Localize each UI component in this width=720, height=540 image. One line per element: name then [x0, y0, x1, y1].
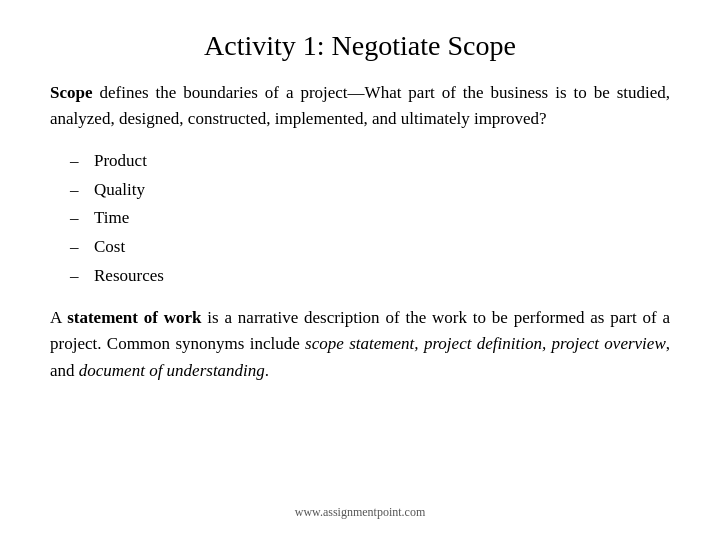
list-item: – Resources	[70, 262, 164, 291]
closing-italic2: document of understanding	[79, 361, 265, 380]
dash-icon: –	[70, 262, 84, 291]
intro-text: defines the boundaries of a project—What…	[50, 83, 670, 128]
dash-icon: –	[70, 204, 84, 233]
closing-italic1: scope statement, project definition, pro…	[305, 334, 666, 353]
dash-icon: –	[70, 233, 84, 262]
slide: Activity 1: Negotiate Scope Scope define…	[0, 0, 720, 540]
bullet-label: Time	[94, 204, 129, 233]
intro-paragraph: Scope defines the boundaries of a projec…	[50, 80, 670, 133]
closing-paragraph: A statement of work is a narrative descr…	[50, 305, 670, 384]
footer: www.assignmentpoint.com	[50, 497, 670, 520]
bullet-label: Product	[94, 147, 147, 176]
list-item: – Cost	[70, 233, 164, 262]
slide-title: Activity 1: Negotiate Scope	[50, 30, 670, 62]
closing-a: A	[50, 308, 67, 327]
list-item: – Time	[70, 204, 164, 233]
footer-url: www.assignmentpoint.com	[295, 505, 426, 519]
bullet-label: Resources	[94, 262, 164, 291]
scope-bold-word: Scope	[50, 83, 93, 102]
closing-text3: .	[265, 361, 269, 380]
bullet-list: – Product – Quality – Time – Cost – Reso…	[50, 147, 164, 291]
list-item: – Product	[70, 147, 164, 176]
bullet-label: Cost	[94, 233, 125, 262]
dash-icon: –	[70, 147, 84, 176]
dash-icon: –	[70, 176, 84, 205]
statement-bold: statement of work	[67, 308, 201, 327]
bullet-label: Quality	[94, 176, 145, 205]
list-item: – Quality	[70, 176, 164, 205]
